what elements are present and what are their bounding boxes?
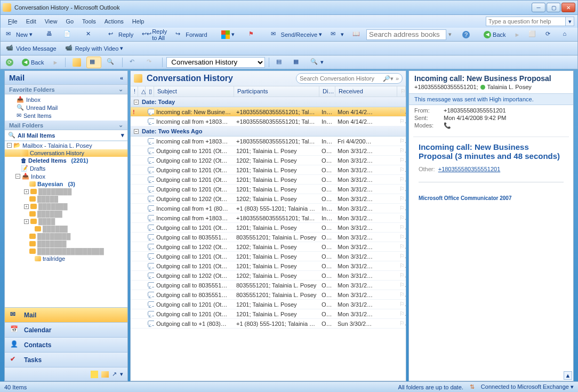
folder-list-icon[interactable]: [101, 371, 109, 378]
forward-nav-button[interactable]: ►: [511, 30, 524, 39]
group-header[interactable]: −Date: Two Weeks Ago: [131, 126, 406, 137]
favorite-folders-header[interactable]: Favorite Folders⌄: [5, 85, 127, 94]
col-reminder[interactable]: △: [138, 86, 146, 97]
col-participants[interactable]: Participants: [234, 86, 319, 97]
folder-blurred[interactable]: +████████: [5, 188, 127, 195]
folder-blurred[interactable]: ██████: [5, 225, 127, 233]
reply-video-button[interactable]: 📹Reply with Video ▾: [62, 43, 127, 54]
folder-conversation-history[interactable]: Conversation History: [5, 149, 127, 157]
maximize-button[interactable]: ▢: [547, 3, 560, 12]
new-button[interactable]: ✉New ▾: [3, 29, 36, 41]
search-builder-button[interactable]: 🔍▾: [307, 57, 327, 68]
fav-unread[interactable]: 🔍Unread Mail: [5, 103, 127, 111]
message-list[interactable]: −Date: Today!Incoming call: New Busine…+…: [131, 97, 406, 381]
message-row[interactable]: Outgoing call to 8035551…8035551201; Tal…: [131, 281, 406, 290]
follow-up-button[interactable]: ⚑: [245, 29, 260, 41]
message-row[interactable]: Outgoing call to 1201 (Ot…1201; Talainia…: [131, 309, 406, 319]
shortcuts-icon[interactable]: ↗: [112, 371, 117, 378]
message-row[interactable]: Outgoing call to 1201 (Ot…1201; Talainia…: [131, 223, 406, 233]
col-received[interactable]: Received: [335, 86, 397, 97]
status-connection[interactable]: Connected to Microsoft Exchange ▾: [481, 383, 574, 390]
categorize-button[interactable]: ▾: [218, 29, 238, 41]
magnifier-icon[interactable]: 🔎: [383, 75, 390, 82]
group-header[interactable]: −Date: Today: [131, 97, 406, 107]
reading-pane-button[interactable]: ▦: [86, 57, 101, 68]
close-button[interactable]: ✕: [561, 3, 575, 12]
folder-blurred[interactable]: +████: [5, 218, 127, 225]
chevron-down-icon[interactable]: »: [396, 75, 399, 82]
help-search-input[interactable]: [486, 17, 566, 26]
scroll-up-button[interactable]: ▲: [564, 371, 572, 380]
view-layout1-button[interactable]: ▤: [273, 57, 288, 68]
menu-tools[interactable]: Tools: [78, 17, 100, 26]
send-receive-button[interactable]: ✉Send/Receive ▾: [268, 29, 326, 41]
list-search[interactable]: 🔎▾ »: [296, 73, 403, 84]
message-row[interactable]: !Incoming call: New Busine…+180355580355…: [131, 107, 406, 117]
message-row[interactable]: Outgoing call to 1201 (Ot…1201; Talainia…: [131, 300, 406, 309]
addressbook-button[interactable]: 📖: [349, 29, 364, 41]
folder-inbox[interactable]: −📥Inbox: [5, 172, 127, 180]
view-layout2-button[interactable]: ▦: [290, 57, 305, 68]
message-row[interactable]: Outgoing call to 8035551…8035551201; Tal…: [131, 233, 406, 242]
col-subject[interactable]: Subject: [154, 86, 234, 97]
menu-edit[interactable]: Edit: [22, 17, 41, 26]
message-row[interactable]: Incoming call from +1803…+18035558035555…: [131, 137, 406, 146]
folder-blurred[interactable]: ███████: [5, 240, 127, 247]
forward-button[interactable]: ↪Forward: [172, 29, 210, 41]
fav-sent[interactable]: ✉Sent Items: [5, 111, 127, 119]
message-row[interactable]: Outgoing call to 1201 (Ot…1201; Talainia…: [131, 261, 406, 271]
reply-button[interactable]: ↩Reply: [105, 29, 137, 41]
home-button[interactable]: ⌂: [559, 29, 574, 41]
mailbox-root[interactable]: −📂Mailbox - Talainia L. Posey: [5, 141, 127, 149]
message-row[interactable]: Outgoing call to 1202 (Ot…1202; Talainia…: [131, 242, 406, 252]
move-button[interactable]: 📄: [60, 29, 75, 41]
search-pane-button[interactable]: 🔍: [103, 57, 118, 68]
other-link[interactable]: +180355580355551201: [438, 166, 501, 172]
back-button-tb1[interactable]: ◄Back: [480, 29, 509, 40]
help-button[interactable]: ?: [459, 29, 473, 40]
minimize-button[interactable]: ─: [532, 3, 545, 12]
message-row[interactable]: Outgoing call to 1201 (Ot…1201; Talainia…: [131, 252, 406, 261]
folder-blurred[interactable]: ████████████████: [5, 247, 127, 255]
folder-blurred[interactable]: █████: [5, 195, 127, 203]
refresh-button[interactable]: ⟳: [542, 29, 557, 41]
delete-button[interactable]: ✕: [83, 29, 98, 41]
safe-lists-button[interactable]: ✉▾: [327, 29, 347, 41]
redo-button[interactable]: ↷: [143, 57, 158, 68]
configure-buttons-icon[interactable]: ▾: [120, 371, 123, 378]
fav-inbox[interactable]: 📥Inbox: [5, 95, 127, 103]
message-row[interactable]: Outgoing call to 1201 (Ot…1201; Talainia…: [131, 185, 406, 194]
mail-folders-header[interactable]: Mail Folders⌄: [5, 121, 127, 130]
collapse-box-icon[interactable]: −: [15, 174, 20, 179]
collapse-box-icon[interactable]: −: [134, 100, 139, 105]
message-row[interactable]: Incoming call from +1803…+18035558035555…: [131, 213, 406, 223]
col-importance[interactable]: !: [131, 86, 138, 97]
menu-actions[interactable]: Actions: [100, 17, 128, 26]
help-search-dropdown[interactable]: ▾: [566, 17, 574, 26]
collapse-box-icon[interactable]: −: [134, 129, 139, 134]
forward-button-nav[interactable]: ►: [49, 58, 61, 67]
folder-deleted-items[interactable]: 🗑Deleted Items (2201): [5, 157, 127, 164]
all-mail-items[interactable]: 🔍All Mail Items▾: [5, 131, 127, 139]
message-row[interactable]: Outgoing call to 8035551…8035551201; Tal…: [131, 290, 406, 300]
message-row[interactable]: Incoming call from +1803…+18035558035555…: [131, 117, 406, 126]
col-flag[interactable]: ⚐: [397, 86, 406, 97]
message-row[interactable]: Outgoing call to 1201 (Ot…1201; Talainia…: [131, 175, 406, 185]
folder-trailridge[interactable]: trailridge: [5, 255, 127, 262]
up-folder-button[interactable]: [69, 57, 84, 68]
message-row[interactable]: Outgoing call to 1202 (Ot…1202; Talainia…: [131, 194, 406, 204]
message-row[interactable]: Outgoing call to 1201 (Ot…1201; Talainia…: [131, 146, 406, 156]
collapse-box-icon[interactable]: −: [7, 143, 12, 148]
menu-help[interactable]: Help: [128, 17, 149, 26]
col-direction[interactable]: Di…: [319, 86, 335, 97]
folder-bayesian[interactable]: Bayesian (3): [5, 180, 127, 188]
notes-icon[interactable]: [91, 371, 98, 378]
list-search-input[interactable]: [300, 75, 383, 82]
folder-drafts[interactable]: 📝Drafts: [5, 164, 127, 172]
folder-blurred[interactable]: +███████: [5, 203, 127, 210]
search-addressbooks-input[interactable]: [366, 29, 446, 40]
sidebar-calendar[interactable]: 📅Calendar: [5, 322, 127, 337]
back-button-nav[interactable]: ◄Back: [19, 57, 47, 68]
folder-blurred[interactable]: ████████: [5, 233, 127, 240]
sidebar-tasks[interactable]: ✔Tasks: [5, 352, 127, 367]
